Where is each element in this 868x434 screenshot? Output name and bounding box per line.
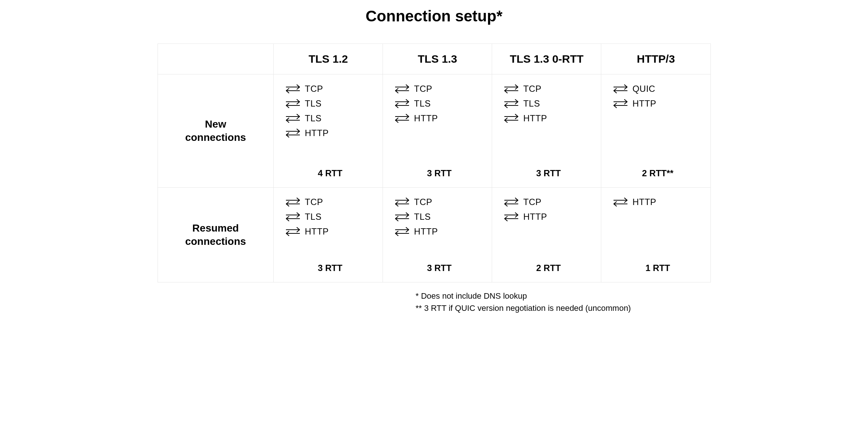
table-row: NewconnectionsTCPTLSTLSHTTP4 RTTTCPTLSHT… (158, 74, 710, 188)
step-label: TCP (414, 197, 432, 207)
bidirectional-arrow-icon (285, 226, 301, 237)
step-label: HTTP (632, 197, 656, 207)
bidirectional-arrow-icon (285, 98, 301, 109)
bidirectional-arrow-icon (285, 128, 301, 139)
bidirectional-arrow-icon (394, 226, 410, 237)
round-trip-step: TLS (285, 113, 322, 124)
rtt-summary: 3 RTT (394, 263, 484, 273)
round-trip-steps: TCPTLSHTTP (285, 197, 375, 252)
round-trip-step: HTTP (285, 226, 329, 237)
table-cell: TCPTLSHTTP3 RTT (492, 74, 601, 188)
round-trip-step: HTTP (503, 211, 547, 222)
rtt-summary: 4 RTT (285, 168, 375, 178)
diagram-title: Connection setup* (158, 7, 711, 25)
bidirectional-arrow-icon (285, 211, 301, 222)
header-tls12: TLS 1.2 (274, 44, 383, 74)
table-cell: HTTP1 RTT (601, 188, 710, 282)
row-label: Newconnections (158, 74, 274, 188)
round-trip-steps: TCPTLSHTTP (394, 83, 484, 157)
bidirectional-arrow-icon (394, 113, 410, 124)
header-blank (158, 44, 274, 74)
bidirectional-arrow-icon (394, 113, 410, 124)
bidirectional-arrow-icon (503, 98, 519, 109)
round-trip-step: TCP (503, 83, 542, 94)
step-label: TLS (305, 98, 322, 109)
step-label: TCP (305, 84, 323, 94)
bidirectional-arrow-icon (394, 197, 410, 208)
bidirectional-arrow-icon (285, 226, 301, 237)
bidirectional-arrow-icon (503, 113, 519, 124)
bidirectional-arrow-icon (285, 83, 301, 94)
round-trip-step: HTTP (612, 197, 656, 208)
bidirectional-arrow-icon (285, 197, 301, 208)
round-trip-step: TCP (503, 197, 542, 208)
bidirectional-arrow-icon (285, 98, 301, 109)
table-cell: TCPTLSHTTP3 RTT (383, 74, 492, 188)
bidirectional-arrow-icon (612, 83, 629, 94)
bidirectional-arrow-icon (612, 98, 629, 109)
bidirectional-arrow-icon (503, 83, 519, 94)
round-trip-step: QUIC (612, 83, 655, 94)
bidirectional-arrow-icon (503, 197, 519, 208)
round-trip-step: HTTP (285, 128, 329, 139)
round-trip-step: TLS (394, 211, 431, 222)
footnote-2: ** 3 RTT if QUIC version negotiation is … (416, 302, 711, 314)
connection-setup-table: TLS 1.2 TLS 1.3 TLS 1.3 0-RTT HTTP/3 New… (158, 44, 711, 282)
round-trip-step: HTTP (394, 226, 438, 237)
step-label: TCP (523, 84, 542, 94)
table-cell: TCPTLSTLSHTTP4 RTT (274, 74, 383, 188)
table-row: ResumedconnectionsTCPTLSHTTP3 RTTTCPTLSH… (158, 188, 710, 282)
step-label: TLS (523, 98, 540, 109)
footnote-1: * Does not include DNS lookup (416, 290, 711, 302)
bidirectional-arrow-icon (503, 211, 519, 222)
bidirectional-arrow-icon (394, 83, 410, 94)
round-trip-step: TCP (285, 197, 323, 208)
step-label: TCP (305, 197, 323, 207)
row-label-line: connections (162, 235, 270, 248)
rtt-summary: 1 RTT (612, 263, 703, 273)
row-label-line: connections (162, 131, 270, 144)
bidirectional-arrow-icon (285, 197, 301, 208)
table-cell: TCPHTTP2 RTT (492, 188, 601, 282)
bidirectional-arrow-icon (394, 226, 410, 237)
step-label: TCP (523, 197, 542, 207)
header-tls13: TLS 1.3 (383, 44, 492, 74)
bidirectional-arrow-icon (394, 211, 410, 222)
round-trip-step: TLS (285, 211, 322, 222)
bidirectional-arrow-icon (503, 98, 519, 109)
step-label: TLS (305, 113, 322, 124)
bidirectional-arrow-icon (394, 211, 410, 222)
round-trip-step: TCP (394, 197, 432, 208)
step-label: HTTP (523, 113, 547, 124)
round-trip-step: TLS (285, 98, 322, 109)
round-trip-step: TLS (394, 98, 431, 109)
step-label: HTTP (632, 98, 656, 109)
bidirectional-arrow-icon (285, 128, 301, 139)
bidirectional-arrow-icon (612, 98, 629, 109)
step-label: HTTP (414, 113, 438, 124)
bidirectional-arrow-icon (394, 98, 410, 109)
table-cell: TCPTLSHTTP3 RTT (274, 188, 383, 282)
step-label: TLS (305, 212, 322, 222)
step-label: HTTP (305, 226, 329, 237)
bidirectional-arrow-icon (285, 211, 301, 222)
bidirectional-arrow-icon (503, 211, 519, 222)
rtt-summary: 2 RTT** (612, 168, 703, 178)
round-trip-steps: TCPHTTP (503, 197, 594, 252)
bidirectional-arrow-icon (503, 197, 519, 208)
row-label: Resumedconnections (158, 188, 274, 282)
rtt-summary: 3 RTT (394, 168, 484, 178)
step-label: HTTP (414, 226, 438, 237)
round-trip-step: HTTP (503, 113, 547, 124)
bidirectional-arrow-icon (503, 83, 519, 94)
table-cell: TCPTLSHTTP3 RTT (383, 188, 492, 282)
bidirectional-arrow-icon (394, 197, 410, 208)
rtt-summary: 3 RTT (503, 168, 594, 178)
round-trip-step: TLS (503, 98, 540, 109)
bidirectional-arrow-icon (612, 83, 629, 94)
bidirectional-arrow-icon (394, 98, 410, 109)
round-trip-step: TCP (285, 83, 323, 94)
bidirectional-arrow-icon (394, 83, 410, 94)
step-label: QUIC (632, 84, 655, 94)
round-trip-step: HTTP (394, 113, 438, 124)
